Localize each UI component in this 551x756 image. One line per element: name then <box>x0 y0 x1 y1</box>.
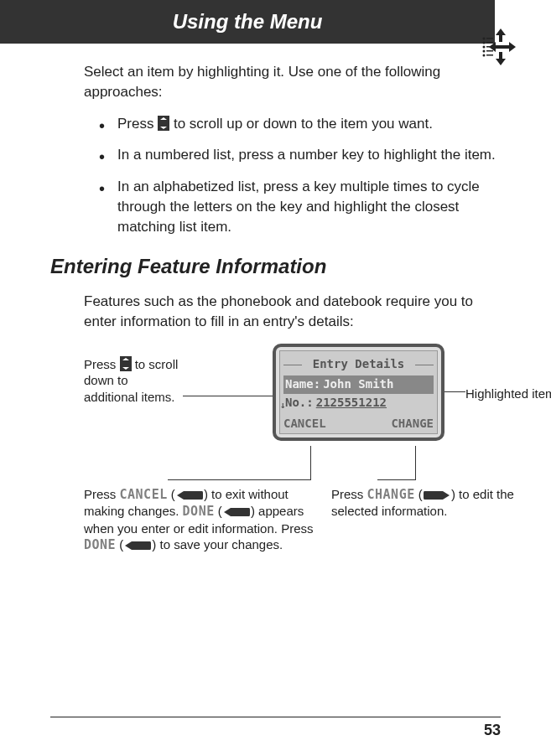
right-softkey-icon <box>423 490 451 500</box>
body-content: Select an item by highlighting it. Use o… <box>0 44 551 612</box>
list-item: In a numbered list, press a number key t… <box>99 145 501 165</box>
svg-point-6 <box>483 46 486 49</box>
left-softkey-icon <box>175 490 204 500</box>
screen-title: Entry Details <box>283 356 434 373</box>
name-label: Name: <box>285 376 320 393</box>
svg-marker-1 <box>496 52 506 65</box>
callout-line <box>310 446 311 479</box>
entry-details-diagram: Press to scroll down to additional items… <box>84 344 501 612</box>
page-number: 53 <box>484 722 501 739</box>
svg-point-5 <box>483 42 486 44</box>
annotation-cancel: Press CANCEL () to exit without making c… <box>84 486 319 554</box>
section-intro: Features such as the phonebook and dateb… <box>84 292 501 332</box>
no-value: 2125551212 <box>316 395 387 412</box>
svg-point-4 <box>483 38 486 40</box>
list-item: In an alphabetized list, press a key mul… <box>99 177 501 236</box>
name-value: John Smith <box>323 376 393 393</box>
screen-inner: Entry Details Name: John Smith ↓ No.: 21… <box>279 350 438 434</box>
annotation-change: Press CHANGE () to edit the selected inf… <box>331 486 524 520</box>
section-heading: Entering Feature Information <box>50 252 501 281</box>
phone-screen: Entry Details Name: John Smith ↓ No.: 21… <box>273 344 444 441</box>
softkey-row: CANCEL CHANGE <box>283 416 434 432</box>
softkey-change: CHANGE <box>391 416 434 432</box>
page-title: Using the Menu <box>173 10 323 33</box>
intro-text: Select an item by highlighting it. Use o… <box>84 62 501 102</box>
left-softkey-icon <box>222 507 251 517</box>
svg-rect-11 <box>486 46 493 48</box>
down-arrow-icon: ↓ <box>280 399 286 412</box>
name-row: Name: John Smith <box>283 375 434 394</box>
scroll-key-icon <box>158 116 169 131</box>
number-row: ↓ No.: 2125551212 <box>283 394 434 412</box>
page-header: Using the Menu <box>0 0 495 44</box>
callout-line <box>168 479 311 480</box>
svg-rect-13 <box>486 54 493 56</box>
svg-marker-0 <box>496 28 506 42</box>
no-label: No.: <box>285 395 314 412</box>
callout-line <box>377 479 416 480</box>
svg-point-8 <box>483 54 486 57</box>
annotation-scroll: Press to scroll down to additional items… <box>84 356 185 406</box>
svg-point-7 <box>483 50 486 53</box>
navigation-icon <box>477 27 517 67</box>
svg-rect-10 <box>486 42 493 44</box>
bullet-list: Press to scroll up or down to the item y… <box>99 114 501 237</box>
softkey-cancel: CANCEL <box>283 416 326 432</box>
svg-rect-12 <box>486 50 493 52</box>
svg-marker-3 <box>502 42 516 52</box>
left-softkey-icon <box>123 541 152 551</box>
annotation-highlighted: Highlighted item <box>465 386 551 402</box>
scroll-key-icon <box>120 356 132 371</box>
footer-rule <box>50 717 501 717</box>
list-item: Press to scroll up or down to the item y… <box>99 114 501 134</box>
callout-line <box>183 396 275 396</box>
svg-rect-9 <box>486 38 493 39</box>
callout-line <box>415 446 416 479</box>
